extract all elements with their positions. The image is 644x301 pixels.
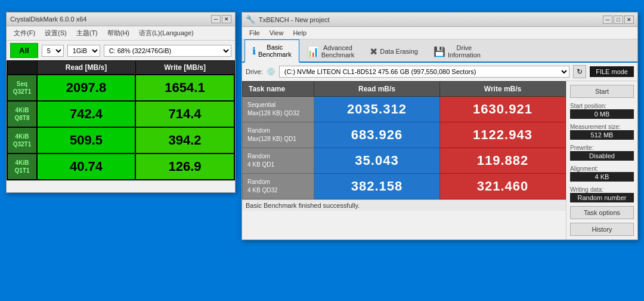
tx-writing-data-value: Random number — [570, 193, 634, 202]
cdm-row-label-0: Seq Q32T1 — [7, 75, 37, 101]
tab-drive-information[interactable]: 💾 Drive Information — [426, 39, 488, 63]
cdm-col-write: Write [MB/s] — [135, 61, 234, 75]
tx-file-mode-button[interactable]: FILE mode — [590, 66, 634, 77]
table-row: Random 4 KB QD32 382.158 321.460 — [243, 174, 566, 199]
tx-row-read-2: 35.043 — [314, 148, 440, 174]
tx-menu-view[interactable]: View — [265, 28, 289, 38]
cdm-toolbar: All 5 1GiB C: 68% (322/476GiB) — [7, 41, 235, 60]
tx-main-panel: Task name Read mB/s Write mB/s Sequentia… — [242, 81, 566, 239]
tx-sidebar: Start Start position: 0 MB Measurement s… — [566, 81, 637, 239]
tab-basic-benchmark[interactable]: ℹ Basic Benchmark — [244, 39, 299, 63]
tx-drive-select[interactable]: (C:) NVMe LITEON CL1-8D512 475.66 GB (99… — [279, 66, 569, 78]
cdm-count-select[interactable]: 5 — [42, 45, 64, 57]
cdm-titlebar: CrystalDiskMark 6.0.0 x64 ─ ✕ — [7, 13, 235, 26]
tx-col-read: Read mB/s — [314, 82, 440, 97]
tx-menu: File View Help — [242, 27, 637, 39]
tx-row-read-0: 2035.312 — [314, 97, 440, 122]
table-row: Random 4 KB QD1 35.043 119.882 — [243, 148, 566, 174]
tx-alignment-group: Alignment: 4 KB — [570, 164, 634, 182]
table-row: Sequential Max(128 KB) QD32 2035.312 163… — [243, 97, 566, 122]
tx-row-label-0: Sequential Max(128 KB) QD32 — [243, 97, 314, 122]
tx-history-button[interactable]: History — [570, 223, 634, 236]
cdm-all-button[interactable]: All — [10, 43, 38, 58]
cdm-minimize-button[interactable]: ─ — [211, 15, 221, 23]
tx-start-position-group: Start position: 0 MB — [570, 102, 634, 119]
table-row: 4KiB Q1T1 40.74 126.9 — [7, 153, 234, 180]
cdm-row-label-2: 4KiB Q32T1 — [7, 127, 37, 153]
table-row: Random Max(128 KB) QD1 683.926 1122.943 — [243, 122, 566, 148]
tx-refresh-button[interactable]: ↻ — [573, 65, 586, 78]
table-row: Seq Q32T1 2097.8 1654.1 — [7, 75, 234, 101]
cdm-col-read: Read [MB/s] — [37, 61, 135, 75]
tx-prewrite-group: Prewrite: Disabled — [570, 143, 634, 161]
cdm-row-read-1: 742.4 — [37, 101, 135, 127]
cdm-size-select[interactable]: 1GiB — [67, 45, 100, 57]
tx-close-button[interactable]: ✕ — [624, 16, 634, 24]
cdm-close-button[interactable]: ✕ — [222, 15, 231, 23]
tx-bench-table: Task name Read mB/s Write mB/s Sequentia… — [242, 81, 566, 199]
cdm-row-write-3: 126.9 — [135, 153, 234, 180]
tx-writing-data-group: Writing data: Random number — [570, 185, 634, 202]
tx-row-label-2: Random 4 KB QD1 — [243, 148, 314, 174]
cdm-menu-theme[interactable]: 主题(T) — [72, 27, 103, 39]
txbench-window: 🔧 TxBENCH - New project ─ □ ✕ File View … — [242, 12, 638, 240]
tab-basic-label: Basic Benchmark — [258, 44, 292, 58]
table-row: 4KiB Q32T1 509.5 394.2 — [7, 127, 234, 153]
tx-col-write: Write mB/s — [440, 82, 566, 97]
advanced-benchmark-icon: 📊 — [307, 46, 319, 57]
cdm-row-read-3: 40.74 — [37, 153, 135, 180]
cdm-menu: 文件(F) 设置(S) 主题(T) 帮助(H) 语言(L)(Language) — [7, 26, 235, 41]
tx-task-options-button[interactable]: Task options — [570, 206, 634, 219]
tx-tabs: ℹ Basic Benchmark 📊 Advanced Benchmark ✖… — [242, 39, 637, 63]
cdm-row-write-2: 394.2 — [135, 127, 234, 153]
drive-icon: 💿 — [267, 67, 275, 76]
drive-info-icon: 💾 — [434, 46, 445, 57]
tx-writing-data-label: Writing data: — [570, 186, 634, 193]
tx-alignment-label: Alignment: — [570, 165, 634, 172]
tx-start-position-value: 0 MB — [570, 109, 634, 119]
tx-menu-help[interactable]: Help — [288, 28, 311, 38]
data-erasing-icon: ✖ — [370, 46, 377, 57]
cdm-window: CrystalDiskMark 6.0.0 x64 ─ ✕ 文件(F) 设置(S… — [6, 12, 236, 193]
tx-start-button[interactable]: Start — [570, 85, 634, 98]
cdm-menu-help[interactable]: 帮助(H) — [103, 27, 134, 39]
tx-measurement-size-label: Measurement size: — [570, 124, 634, 130]
cdm-win-buttons: ─ ✕ — [211, 15, 231, 23]
table-row: 4KiB Q8T8 742.4 714.4 — [7, 101, 234, 127]
tx-alignment-value: 4 KB — [570, 172, 634, 182]
cdm-title: CrystalDiskMark 6.0.0 x64 — [10, 16, 86, 23]
tab-advanced-benchmark[interactable]: 📊 Advanced Benchmark — [299, 39, 363, 63]
cdm-row-label-1: 4KiB Q8T8 — [7, 101, 37, 127]
cdm-menu-file[interactable]: 文件(F) — [9, 27, 40, 39]
tx-win-buttons: ─ □ ✕ — [603, 16, 634, 24]
tab-drive-label: Drive Information — [448, 44, 481, 59]
cdm-row-read-0: 2097.8 — [37, 75, 135, 101]
tx-start-position-label: Start position: — [570, 103, 634, 109]
cdm-results-table: Read [MB/s] Write [MB/s] Seq Q32T1 2097.… — [7, 60, 235, 180]
tx-title: TxBENCH - New project — [259, 16, 330, 23]
tab-advanced-label: Advanced Benchmark — [321, 44, 355, 59]
tx-measurement-size-group: Measurement size: 512 MB — [570, 122, 634, 140]
tx-prewrite-label: Prewrite: — [570, 145, 634, 151]
tx-prewrite-value: Disabled — [570, 151, 634, 161]
tx-col-task: Task name — [243, 82, 314, 97]
tx-maximize-button[interactable]: □ — [614, 16, 623, 24]
tx-row-label-3: Random 4 KB QD32 — [243, 174, 314, 199]
tx-minimize-button[interactable]: ─ — [603, 16, 612, 24]
tx-row-read-3: 382.158 — [314, 174, 440, 199]
tx-measurement-size-value: 512 MB — [570, 130, 634, 140]
cdm-row-write-1: 714.4 — [135, 101, 234, 127]
cdm-menu-language[interactable]: 语言(L)(Language) — [134, 27, 199, 39]
cdm-drive-select[interactable]: C: 68% (322/476GiB) — [104, 45, 231, 57]
tx-menu-file[interactable]: File — [244, 28, 265, 38]
cdm-row-read-2: 509.5 — [37, 127, 135, 153]
cdm-row-label-3: 4KiB Q1T1 — [7, 153, 37, 180]
tx-content: Task name Read mB/s Write mB/s Sequentia… — [242, 81, 637, 239]
tx-status-bar: Basic Benchmark finished successfully. — [242, 199, 566, 211]
cdm-row-write-0: 1654.1 — [135, 75, 234, 101]
tx-row-write-0: 1630.921 — [440, 97, 566, 122]
tab-data-erasing[interactable]: ✖ Data Erasing — [362, 39, 426, 63]
tx-row-label-1: Random Max(128 KB) QD1 — [243, 122, 314, 148]
cdm-menu-settings[interactable]: 设置(S) — [40, 27, 72, 39]
tx-row-write-3: 321.460 — [440, 174, 566, 199]
